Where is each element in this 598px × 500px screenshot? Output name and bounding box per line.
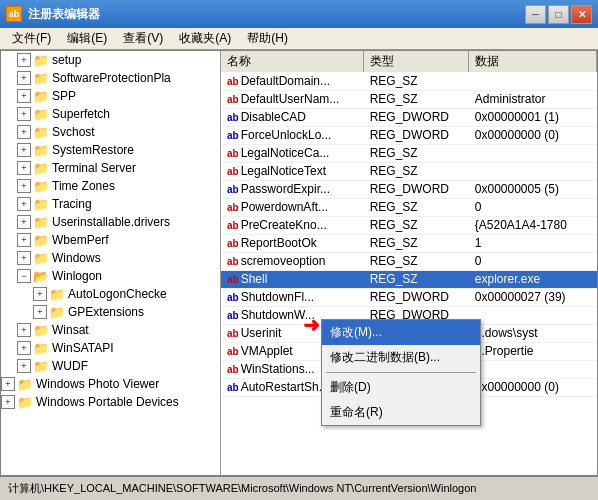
- cell-name: abDefaultUserNam...: [221, 90, 364, 108]
- ctx-delete[interactable]: 删除(D): [322, 375, 480, 400]
- expand-tracing[interactable]: +: [17, 197, 31, 211]
- tree-item-systemrestore[interactable]: + 📁 SystemRestore: [1, 141, 220, 159]
- expand-terminalserver[interactable]: +: [17, 161, 31, 175]
- table-row[interactable]: abDisableCADREG_DWORD0x00000001 (1): [221, 108, 597, 126]
- tree-item-windows[interactable]: + 📁 Windows: [1, 249, 220, 267]
- folder-icon: 📁: [17, 395, 33, 410]
- table-row[interactable]: abscremoveoptionREG_SZ0: [221, 252, 597, 270]
- registry-tree[interactable]: + 📁 setup + 📁 SoftwareProtectionPla + 📁 …: [1, 51, 221, 475]
- maximize-button[interactable]: □: [548, 5, 569, 24]
- expand-systemrestore[interactable]: +: [17, 143, 31, 157]
- table-row[interactable]: abDefaultUserNam...REG_SZAdministrator: [221, 90, 597, 108]
- tree-item-superfetch[interactable]: + 📁 Superfetch: [1, 105, 220, 123]
- col-header-data[interactable]: 数据: [469, 51, 597, 72]
- tree-item-winsat[interactable]: + 📁 Winsat: [1, 321, 220, 339]
- folder-icon: 📁: [33, 161, 49, 176]
- ctx-modify-binary[interactable]: 修改二进制数据(B)...: [322, 345, 480, 370]
- expand-winsatapi[interactable]: +: [17, 341, 31, 355]
- tree-label-winlogon: Winlogon: [52, 269, 102, 283]
- col-header-type[interactable]: 类型: [364, 51, 469, 72]
- table-row[interactable]: abReportBootOkREG_SZ1: [221, 234, 597, 252]
- type-icon-sz: ab: [227, 220, 239, 231]
- menu-view[interactable]: 查看(V): [115, 28, 171, 49]
- table-row[interactable]: abShellREG_SZexplorer.exe: [221, 270, 597, 288]
- cell-data: 0: [469, 198, 597, 216]
- expand-svchost[interactable]: +: [17, 125, 31, 139]
- table-row[interactable]: abShutdownFl...REG_DWORD0x00000027 (39): [221, 288, 597, 306]
- title-bar: ab 注册表编辑器 ─ □ ✕: [0, 0, 598, 28]
- tree-item-windowsphotoviewer[interactable]: + 📁 Windows Photo Viewer: [1, 375, 220, 393]
- expand-setup[interactable]: +: [17, 53, 31, 67]
- folder-icon: 📁: [49, 287, 65, 302]
- menu-favorites[interactable]: 收藏夹(A): [171, 28, 239, 49]
- expand-autologonchecke[interactable]: +: [33, 287, 47, 301]
- tree-label-wbemperf: WbemPerf: [52, 233, 109, 247]
- expand-wudf[interactable]: +: [17, 359, 31, 373]
- tree-label-softwareprotection: SoftwareProtectionPla: [52, 71, 171, 85]
- cell-data: 1: [469, 234, 597, 252]
- table-row[interactable]: abForceUnlockLo...REG_DWORD0x00000000 (0…: [221, 126, 597, 144]
- folder-icon: 📁: [49, 305, 65, 320]
- expand-winlogon[interactable]: −: [17, 269, 31, 283]
- expand-wbemperf[interactable]: +: [17, 233, 31, 247]
- expand-windows[interactable]: +: [17, 251, 31, 265]
- expand-windowsphotoviewer[interactable]: +: [1, 377, 15, 391]
- menu-edit[interactable]: 编辑(E): [59, 28, 115, 49]
- tree-item-setup[interactable]: + 📁 setup: [1, 51, 220, 69]
- status-text: 计算机\HKEY_LOCAL_MACHINE\SOFTWARE\Microsof…: [8, 481, 476, 496]
- tree-item-wbemperf[interactable]: + 📁 WbemPerf: [1, 231, 220, 249]
- table-row[interactable]: abPowerdownAft...REG_SZ0: [221, 198, 597, 216]
- expand-softwareprotection[interactable]: +: [17, 71, 31, 85]
- menu-bar: 文件(F) 编辑(E) 查看(V) 收藏夹(A) 帮助(H): [0, 28, 598, 50]
- tree-item-timezones[interactable]: + 📁 Time Zones: [1, 177, 220, 195]
- tree-item-winsatapi[interactable]: + 📁 WinSATAPI: [1, 339, 220, 357]
- tree-label-windowsphotoviewer: Windows Photo Viewer: [36, 377, 159, 391]
- table-row[interactable]: abDefaultDomain...REG_SZ: [221, 72, 597, 90]
- tree-item-autologonchecke[interactable]: + 📁 AutoLogonChecke: [1, 285, 220, 303]
- cell-type: REG_DWORD: [364, 288, 469, 306]
- tree-item-terminalserver[interactable]: + 📁 Terminal Server: [1, 159, 220, 177]
- tree-item-gpextensions[interactable]: + 📁 GPExtensions: [1, 303, 220, 321]
- tree-item-svchost[interactable]: + 📁 Svchost: [1, 123, 220, 141]
- close-button[interactable]: ✕: [571, 5, 592, 24]
- folder-icon: 📁: [33, 215, 49, 230]
- type-icon-sz: ab: [227, 94, 239, 105]
- folder-icon: 📁: [33, 359, 49, 374]
- folder-icon: 📁: [33, 251, 49, 266]
- cell-name: abPasswordExpir...: [221, 180, 364, 198]
- expand-timezones[interactable]: +: [17, 179, 31, 193]
- table-row[interactable]: abLegalNoticeTextREG_SZ: [221, 162, 597, 180]
- tree-item-tracing[interactable]: + 📁 Tracing: [1, 195, 220, 213]
- menu-help[interactable]: 帮助(H): [239, 28, 296, 49]
- expand-superfetch[interactable]: +: [17, 107, 31, 121]
- table-row[interactable]: abPasswordExpir...REG_DWORD0x00000005 (5…: [221, 180, 597, 198]
- cell-data: [469, 306, 597, 324]
- table-row[interactable]: abLegalNoticeCa...REG_SZ: [221, 144, 597, 162]
- tree-item-userinstallable[interactable]: + 📁 Userinstallable.drivers: [1, 213, 220, 231]
- expand-winsat[interactable]: +: [17, 323, 31, 337]
- ctx-modify[interactable]: 修改(M)...: [322, 320, 480, 345]
- cell-type: REG_SZ: [364, 72, 469, 90]
- expand-windowsportabledevices[interactable]: +: [1, 395, 15, 409]
- table-row[interactable]: abPreCreateKno...REG_SZ{A520A1A4-1780: [221, 216, 597, 234]
- tree-item-spp[interactable]: + 📁 SPP: [1, 87, 220, 105]
- expand-userinstallable[interactable]: +: [17, 215, 31, 229]
- type-icon-dword: ab: [227, 292, 239, 303]
- type-icon-sz: ab: [227, 166, 239, 177]
- ctx-rename[interactable]: 重命名(R): [322, 400, 480, 425]
- type-icon-sz: ab: [227, 328, 239, 339]
- tree-item-winlogon[interactable]: − 📂 Winlogon: [1, 267, 220, 285]
- col-header-name[interactable]: 名称: [221, 51, 364, 72]
- folder-icon: 📁: [33, 341, 49, 356]
- menu-file[interactable]: 文件(F): [4, 28, 59, 49]
- folder-icon: 📁: [33, 179, 49, 194]
- minimize-button[interactable]: ─: [525, 5, 546, 24]
- tree-item-softwareprotection[interactable]: + 📁 SoftwareProtectionPla: [1, 69, 220, 87]
- folder-icon: 📁: [33, 143, 49, 158]
- expand-spp[interactable]: +: [17, 89, 31, 103]
- tree-item-windowsportabledevices[interactable]: + 📁 Windows Portable Devices: [1, 393, 220, 411]
- folder-icon: 📁: [33, 71, 49, 86]
- tree-item-wudf[interactable]: + 📁 WUDF: [1, 357, 220, 375]
- cell-type: REG_SZ: [364, 162, 469, 180]
- expand-gpextensions[interactable]: +: [33, 305, 47, 319]
